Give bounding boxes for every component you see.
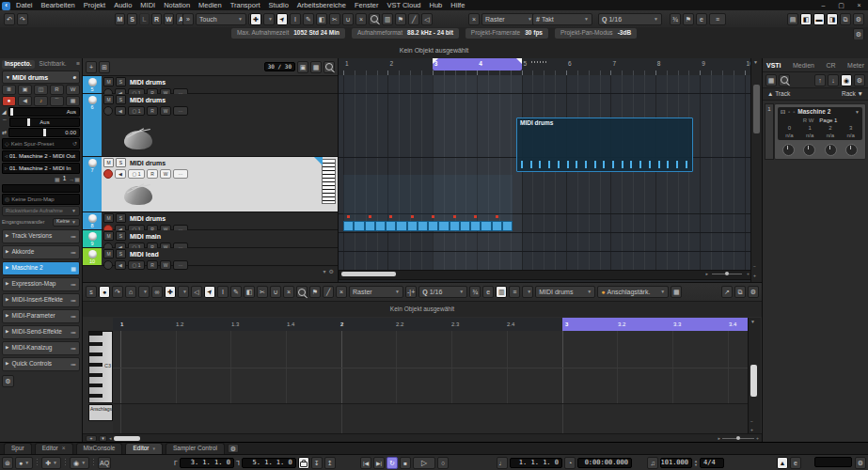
mini-midi-part[interactable] <box>375 221 386 231</box>
pan-slider[interactable]: Aus <box>9 118 80 127</box>
editor-v-thumb[interactable] <box>750 365 757 397</box>
editor-hzoom-plus-icon[interactable]: + <box>756 436 759 441</box>
rack-settings-gear-icon[interactable]: ⚙ <box>854 74 865 86</box>
editor-grid-match-icon[interactable]: -|+ <box>405 286 417 298</box>
editor-vzoom-plus-icon[interactable]: + <box>750 428 753 432</box>
device-power-icon[interactable]: ◦ <box>793 109 795 115</box>
solo-button[interactable]: S <box>116 213 126 223</box>
h-zoom-arrow-icon[interactable]: ▸ <box>705 272 708 276</box>
range-selection-tool[interactable]: I <box>217 286 229 298</box>
mute-button[interactable]: M <box>103 158 114 167</box>
automation-s-button[interactable]: S <box>127 13 137 25</box>
editor-ruler[interactable]: 11.21.31.422.22.32.433.23.33.4 <box>113 318 748 332</box>
arrange-lanes[interactable]: MIDI drums <box>339 75 750 271</box>
time-format-icon[interactable]: ◔ <box>564 457 576 469</box>
track-row-midi-drums-6[interactable]: 6MSMIDI drums◀▢ 1RW⋯ <box>83 94 338 157</box>
track-row-midi-drums-5[interactable]: 5MSMIDI drums◀▢ 1RW⋯ <box>83 76 338 94</box>
editor-home-icon[interactable]: ⌂ <box>125 286 136 298</box>
track-preset-row[interactable]: ◇ Kein Spur-Preset ↺ <box>2 138 80 149</box>
iterative-quantize-icon[interactable]: ⚑ <box>683 13 694 25</box>
retro-record-label[interactable]: Rückwirkende Aufnahme <box>6 209 63 214</box>
mute-button[interactable]: M <box>103 95 114 104</box>
record-button[interactable]: ○ <box>437 457 449 469</box>
track-row-midi-main-9[interactable]: 9MSMIDI main◀▢ 1RW⋯ <box>83 230 338 248</box>
editor-ruler-filter-icon[interactable]: ▼ <box>750 320 755 324</box>
midi-input-row[interactable]: ▹ 01. Maschine 2 - MIDI In <box>2 163 80 174</box>
track-mini-keyboard[interactable] <box>322 159 336 204</box>
channel-target-icon[interactable]: →▦ <box>69 177 80 182</box>
editor-quantize-select[interactable]: Q1/16▼ <box>418 286 467 298</box>
mini-midi-part[interactable] <box>492 221 502 231</box>
transport-settings-gear-icon[interactable]: ⚙ <box>855 457 866 469</box>
time-warp-tool[interactable]: ⚑ <box>395 13 406 25</box>
zoom-tool[interactable] <box>369 13 380 25</box>
mini-midi-part[interactable] <box>343 221 354 231</box>
read-icon[interactable]: R <box>50 85 64 95</box>
menu-notation[interactable]: Notation <box>164 2 190 9</box>
auto-scroll-dropdown[interactable]: ▼ <box>263 13 275 25</box>
object-selection-tool[interactable]: ➤ <box>276 13 288 25</box>
punch-in-icon[interactable]: ↧ <box>311 457 323 469</box>
mini-midi-part[interactable] <box>418 221 428 231</box>
editor-quantize-refresh-icon[interactable]: e <box>482 286 494 298</box>
editor-lane-caret[interactable]: ▼ <box>522 286 533 298</box>
arrange-h-scrollbar[interactable]: ▸ + <box>339 270 752 280</box>
menu-vst-cloud[interactable]: VST Cloud <box>387 2 420 9</box>
rack-visibility-icon[interactable]: ◉ <box>841 74 852 86</box>
right-tab-medien[interactable]: Medien <box>793 62 814 69</box>
quantize-refresh-icon[interactable]: e <box>696 13 707 25</box>
workspace-icon[interactable]: ▤ <box>787 13 798 25</box>
volume-slider[interactable]: Aus <box>8 107 80 117</box>
controller-lane[interactable] <box>113 404 748 435</box>
tab-close-icon[interactable]: × <box>62 446 66 452</box>
record-mode-select[interactable]: ●▼ <box>15 457 33 469</box>
mini-midi-part[interactable] <box>438 221 449 231</box>
h-zoom-plus-icon[interactable]: + <box>747 272 750 276</box>
draw-tool[interactable]: ✎ <box>230 286 242 298</box>
editor-h-thumb[interactable] <box>114 436 140 441</box>
write-automation-button[interactable]: W <box>160 169 171 179</box>
erase-tool[interactable]: ◧ <box>244 286 255 298</box>
editor-settings-gear-icon[interactable]: ⚙ <box>748 286 759 298</box>
mini-midi-part[interactable] <box>407 221 418 231</box>
mini-midi-part[interactable] <box>460 221 470 231</box>
editor-autoscroll-caret[interactable]: ▼ <box>178 286 189 298</box>
device-knob[interactable] <box>782 144 795 156</box>
menu-studio[interactable]: Studio <box>269 2 289 9</box>
editor-link-icon[interactable]: ∞ <box>151 286 163 298</box>
editor-keyboard-icon[interactable]: ▦ <box>671 286 682 298</box>
instrument-device[interactable]: ⊡ ◦ ◦ Maschine 2 ▼ R W Page 1 0123 n/an/… <box>774 103 866 160</box>
read-automation-button[interactable]: R <box>147 169 158 179</box>
menu-hilfe[interactable]: Hilfe <box>450 2 465 9</box>
list-icon[interactable]: ≣ <box>2 85 16 95</box>
tab-spur-0[interactable]: Spur <box>4 443 32 454</box>
editor-hzoom-arrow-icon[interactable]: ▸ <box>718 436 721 441</box>
rack-sort-button[interactable]: Rack ▼ <box>842 91 863 98</box>
quantize-panel-icon[interactable]: ≡ <box>709 13 726 25</box>
delay-slider[interactable]: 0.00 <box>8 128 80 137</box>
mini-midi-part[interactable] <box>396 221 406 231</box>
cycle-button[interactable]: ↻ <box>387 457 398 469</box>
editor-solo-button[interactable]: s <box>86 286 97 298</box>
device-knob[interactable] <box>803 144 815 156</box>
midi-note-icon[interactable]: ♪ <box>34 96 48 106</box>
rack-search-icon[interactable] <box>779 74 790 86</box>
monitor-button[interactable]: ◀ <box>115 169 126 179</box>
maximize-button[interactable]: ▢ <box>832 0 850 10</box>
device-knob[interactable] <box>845 144 858 156</box>
solo-button[interactable]: S <box>116 158 126 167</box>
inspector-section-midi-kanalzug[interactable]: ▶MIDI-Kanalzug≔ <box>2 341 80 355</box>
inspector-menu-icon[interactable]: ≡ <box>76 61 80 68</box>
glue-tool[interactable]: ∪ <box>342 13 354 25</box>
line-tool[interactable]: ╱ <box>408 13 419 25</box>
solo-button[interactable]: S <box>116 231 126 241</box>
lower-zone-gear-icon[interactable]: ⚙ <box>228 444 239 453</box>
marker-display[interactable] <box>814 457 852 467</box>
glue-tool[interactable]: ∪ <box>270 286 281 298</box>
range-selection-tool[interactable]: I <box>290 13 301 25</box>
track-controls-more-button[interactable]: ⋯ <box>173 260 188 270</box>
editor-acoustic-feedback-icon[interactable]: ◁ <box>191 286 202 298</box>
tab-mixconsole-2[interactable]: MixConsole <box>76 443 123 454</box>
monitor-button[interactable]: ◀ <box>115 106 126 116</box>
controller-lane-caret[interactable]: ▾ <box>99 435 107 442</box>
